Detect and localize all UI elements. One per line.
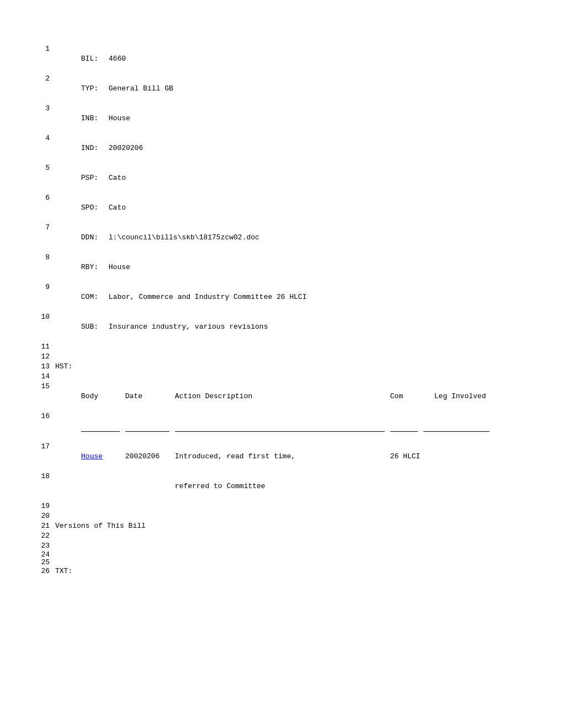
line-9: 9 COM:Labor, Commerce and Industry Commi… [33, 282, 530, 312]
inb-value: House [109, 114, 130, 124]
rby-label: RBY: [81, 263, 109, 272]
col-action-header: Action Description [175, 392, 390, 402]
col-leg-header: Leg Involved [434, 392, 486, 402]
com-value: Labor, Commerce and Industry Committee 2… [109, 292, 307, 302]
bil-label: BIL: [81, 54, 109, 64]
ddn-value: l:\council\bills\skb\18175zcw02.doc [109, 233, 259, 243]
underline-com [390, 421, 418, 432]
ind-value: 20020206 [109, 143, 143, 153]
line-14: 14 [33, 372, 530, 382]
line-13: 13 HST: [33, 362, 530, 372]
psp-value: Cato [109, 173, 126, 183]
line-5: 5 PSP:Cato [33, 163, 530, 193]
sub-label: SUB: [81, 322, 109, 332]
line-2: 2 TYP:General Bill GB [33, 74, 530, 104]
col-date-header: Date [125, 392, 175, 402]
typ-value: General Bill GB [109, 84, 173, 94]
house-link[interactable]: House [81, 452, 103, 461]
txt-label: TXT: [55, 567, 72, 575]
underline-leg [423, 421, 490, 432]
line-17: 17 House20020206Introduced, read first t… [33, 442, 530, 472]
bil-value: 4660 [109, 54, 126, 64]
line-20: 20 [33, 511, 530, 521]
versions-text: Versions of This Bill [55, 521, 530, 531]
line-19: 19 [33, 501, 530, 511]
line-11: 11 [33, 342, 530, 352]
ind-label: IND: [81, 143, 109, 153]
line-23: 23 [33, 541, 530, 551]
line-24b-25: 25 [33, 559, 530, 566]
typ-label: TYP: [81, 84, 109, 94]
history-action-1: Introduced, read first time, [175, 452, 390, 462]
bill-document: 1 BIL:4660 2 TYP:General Bill GB 3 INB:H… [33, 44, 530, 576]
history-date-1: 20020206 [125, 452, 175, 462]
rby-value: House [109, 263, 130, 272]
com-label: COM: [81, 292, 109, 302]
line-6: 6 SPO:Cato [33, 193, 530, 223]
sub-value: Insurance industry, various revisions [109, 322, 268, 332]
line-21: 21 Versions of This Bill [33, 521, 530, 531]
history-body-1[interactable]: House [81, 452, 125, 462]
col-body-header: Body [81, 392, 125, 402]
line-8: 8 RBY:House [33, 253, 530, 282]
psp-label: PSP: [81, 173, 109, 183]
line-1: 1 BIL:4660 [33, 44, 530, 74]
inb-label: INB: [81, 114, 109, 124]
spo-value: Cato [109, 203, 126, 213]
underline-action [175, 421, 385, 432]
line-4: 4 IND:20020206 [33, 133, 530, 163]
line-16: 16 [33, 411, 530, 442]
line-15: 15 BodyDateAction DescriptionComLeg Invo… [33, 382, 530, 411]
line-10: 10 SUB:Insurance industry, various revis… [33, 312, 530, 342]
line-18: 18 referred to Committee [33, 472, 530, 501]
history-com-1: 26 HLCI [390, 452, 434, 462]
line-22: 22 [33, 531, 530, 541]
line-24-25: 24 [33, 551, 530, 559]
line-3: 3 INB:House [33, 104, 530, 133]
hst-label: HST: [55, 362, 72, 371]
spo-label: SPO: [81, 203, 109, 213]
line-12: 12 [33, 352, 530, 362]
line-7: 7 DDN:l:\council\bills\skb\18175zcw02.do… [33, 223, 530, 253]
underline-date [125, 421, 169, 432]
underline-body [81, 421, 120, 432]
history-action-2: referred to Committee [175, 481, 390, 491]
line-26: 26 TXT: [33, 566, 530, 576]
col-com-header: Com [390, 392, 434, 402]
ddn-label: DDN: [81, 233, 109, 243]
